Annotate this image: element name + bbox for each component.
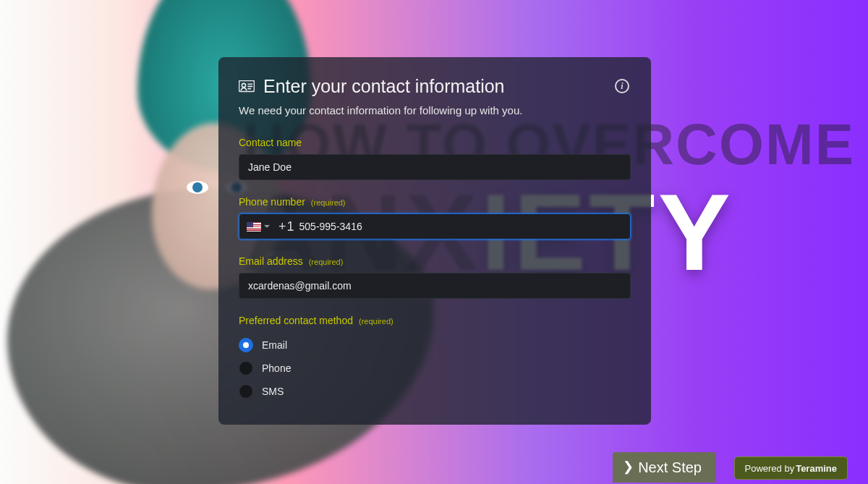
- card-subtitle: We need your contact information for fol…: [239, 104, 631, 116]
- chevron-right-icon: ❯: [623, 460, 634, 473]
- field-phone: Phone number (required) +1: [239, 196, 631, 239]
- powered-by-brand: Teramine: [796, 463, 837, 474]
- contact-card-icon: [239, 80, 255, 93]
- radio-label-sms: SMS: [262, 386, 284, 397]
- contact-name-input[interactable]: [239, 154, 631, 180]
- radio-row-phone[interactable]: Phone: [239, 357, 631, 380]
- bg-person-eye: [187, 181, 208, 194]
- radio-row-email[interactable]: Email: [239, 334, 631, 357]
- powered-by-prefix: Powered by: [745, 463, 795, 474]
- card-header: Enter your contact information i: [239, 76, 631, 97]
- us-flag-icon: [247, 222, 261, 232]
- label-email: Email address: [239, 255, 303, 267]
- required-tag-contact-method: (required): [359, 317, 393, 326]
- svg-point-1: [242, 83, 245, 87]
- country-code-selector[interactable]: [244, 219, 273, 234]
- radio-row-sms[interactable]: SMS: [239, 380, 631, 403]
- radio-sms[interactable]: [239, 384, 253, 399]
- label-phone: Phone number: [239, 196, 305, 208]
- contact-method-radios: Email Phone SMS: [239, 334, 631, 403]
- page-background: HOW TO OVERCOME ANXIETY Enter your conta…: [0, 0, 868, 484]
- radio-label-email: Email: [262, 339, 287, 351]
- next-step-button[interactable]: ❯ Next Step: [613, 452, 716, 483]
- radio-label-phone: Phone: [262, 362, 291, 374]
- radio-phone[interactable]: [239, 361, 253, 375]
- powered-by-link[interactable]: Powered by Teramine: [734, 457, 848, 480]
- required-tag-email: (required): [309, 258, 344, 266]
- label-contact-name: Contact name: [239, 137, 302, 148]
- card-title: Enter your contact information: [263, 76, 505, 97]
- field-contact-name: Contact name: [239, 137, 631, 180]
- next-step-label: Next Step: [638, 459, 702, 476]
- info-icon[interactable]: i: [615, 79, 629, 93]
- field-contact-method: Preferred contact method (required) Emai…: [239, 315, 631, 403]
- label-contact-method: Preferred contact method: [239, 315, 353, 326]
- dial-code: +1: [278, 219, 295, 234]
- phone-number-input[interactable]: [295, 221, 626, 232]
- radio-email[interactable]: [239, 338, 253, 352]
- required-tag-phone: (required): [311, 198, 346, 207]
- contact-form-card: Enter your contact information i We need…: [218, 57, 651, 425]
- email-input[interactable]: [239, 273, 631, 299]
- phone-input-row: +1: [239, 213, 631, 239]
- field-email: Email address (required): [239, 255, 631, 299]
- chevron-down-icon: [264, 225, 270, 228]
